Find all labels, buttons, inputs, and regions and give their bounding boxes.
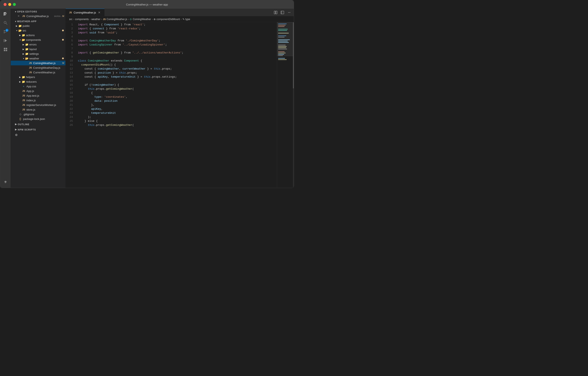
explorer-activity-icon[interactable] (2, 10, 9, 18)
open-file-name[interactable]: ComingWeather.js (26, 15, 53, 18)
line-num-3: 3 (67, 31, 73, 35)
folder-settings[interactable]: ▶ 📁 settings (11, 51, 65, 56)
line-num-13: 13 (67, 71, 73, 75)
svg-point-9 (4, 32, 5, 33)
code-content[interactable]: import React, { Component } from 'react'… (76, 22, 277, 188)
file-label: ComingWeather.js (33, 62, 62, 65)
folder-icon: 📂 (25, 57, 29, 60)
spaces-status[interactable]: Spaces: 2 (187, 188, 200, 188)
line-num-8: 8 (67, 51, 73, 55)
file-apptestjs[interactable]: JS App.test.js (11, 93, 65, 98)
npm-scripts-header[interactable]: ▶ NPM SCRIPTS (11, 126, 65, 132)
run-activity-icon[interactable] (2, 37, 9, 44)
file-registerserviceworker[interactable]: JS registerServiceWorker.js (11, 103, 65, 107)
variables-status[interactable]: Found 0 variables (240, 188, 262, 188)
tab-comingweather[interactable]: JS ComingWeather.js ✕ (66, 9, 105, 16)
encoding-status[interactable]: UTF-8 (203, 188, 212, 188)
status-bar-right: Ln 28, Col 19 Spaces: 2 UTF-8 LF JavaScr… (167, 188, 291, 188)
feedback-status[interactable] (279, 188, 283, 188)
source-control-activity-icon[interactable]: 1 (2, 28, 9, 35)
json-icon: {} (18, 117, 22, 120)
file-comingweatherday[interactable]: JS ComingWeatherDay.js (11, 65, 65, 70)
line-num-15: 15 (67, 79, 73, 83)
file-appcss[interactable]: ≡ App.css (11, 84, 65, 88)
breadcrumb-class[interactable]: ComingWeather (133, 18, 151, 21)
window-controls[interactable] (4, 3, 16, 6)
breadcrumb-type[interactable]: type (185, 18, 190, 21)
css-icon: ≡ (22, 85, 26, 88)
modified-badge: M (62, 62, 64, 64)
breadcrumb-class-icon: ⊙ (130, 18, 132, 21)
folder-src[interactable]: ▾ 📂 src (11, 28, 65, 33)
close-file-icon[interactable]: ✕ (18, 15, 21, 18)
git-icon: ◇ (18, 113, 22, 116)
search-activity-icon[interactable] (2, 19, 9, 26)
extensions-activity-icon[interactable] (2, 46, 9, 53)
folder-actions[interactable]: ▶ 📁 actions (11, 33, 65, 37)
line-num-21: 21 (67, 103, 73, 107)
sync-status[interactable]: ↻ (19, 188, 22, 188)
js-icon: JS (29, 66, 32, 69)
file-label: store.js (26, 108, 65, 111)
breadcrumb-filename[interactable]: ComingWeather.js (107, 18, 127, 21)
folder-public[interactable]: ▶ 📁 public (11, 23, 65, 28)
more-actions-button[interactable]: ··· (286, 10, 292, 15)
js-icon: JS (22, 104, 26, 106)
folder-label: weather (29, 57, 62, 60)
folder-chevron: ▾ (22, 57, 25, 60)
file-appjs[interactable]: JS App.js (11, 88, 65, 93)
folder-weather[interactable]: ▾ 📂 weather (11, 56, 65, 61)
maximize-button[interactable] (13, 3, 16, 6)
folder-chevron: ▶ (18, 34, 22, 36)
tab-close-button[interactable]: ✕ (98, 11, 101, 14)
bell-status[interactable] (287, 188, 291, 188)
folder-label: components (26, 38, 62, 42)
folder-layout[interactable]: ▶ 📁 layout (11, 47, 65, 51)
folder-chevron: ▾ (15, 29, 18, 32)
ln-col-status[interactable]: Ln 28, Col 19 (167, 188, 183, 188)
file-comingweather[interactable]: JS ComingWeather.js M (11, 61, 65, 65)
folder-icon: 📁 (18, 24, 22, 27)
line-ending-status[interactable]: LF (215, 188, 220, 188)
tab-label: ComingWeather.js (74, 11, 96, 14)
breadcrumb-components[interactable]: components (75, 18, 89, 21)
open-editor-item-comingweather[interactable]: ✕ JS ComingWeather.js src/co... M (11, 14, 65, 18)
minimap-scrollbar-thumb[interactable] (293, 22, 294, 88)
svg-rect-0 (4, 12, 6, 13)
folder-chevron: ▾ (18, 39, 22, 41)
close-button[interactable] (4, 3, 7, 6)
settings-activity-icon[interactable] (2, 179, 9, 186)
formatter-status[interactable]: Prettier (265, 188, 275, 188)
split-editor-button[interactable] (273, 10, 279, 15)
outline-header[interactable]: ▶ OUTLINE (11, 121, 65, 126)
code-line-1: import React, { Component } from 'react'… (76, 23, 277, 27)
folder-icon: 📁 (22, 76, 25, 79)
js-icon: JS (29, 62, 32, 64)
js-file-icon: JS (22, 15, 26, 17)
folder-reducers[interactable]: ▶ 📁 reducers (11, 79, 65, 84)
minimize-button[interactable] (8, 3, 11, 6)
breadcrumb-method[interactable]: componentDidMount (157, 18, 180, 21)
file-gitignore[interactable]: ◇ .gitignore (11, 112, 65, 117)
breadcrumb-src[interactable]: src (69, 18, 73, 21)
file-indexjs[interactable]: JS index.js (11, 98, 65, 103)
breadcrumb-sep-5: › (152, 18, 153, 21)
branch-status[interactable]: master* (3, 188, 17, 188)
line-num-4: 4 (67, 35, 73, 39)
toggle-sidebar-button[interactable] (279, 10, 285, 15)
svg-rect-15 (6, 50, 7, 51)
folder-components[interactable]: ▾ 📂 components (11, 37, 65, 42)
open-editors-header[interactable]: ▾ OPEN EDITORS (11, 9, 65, 14)
language-status[interactable]: JavaScript (223, 188, 237, 188)
folder-label: actions (26, 34, 65, 37)
folder-helpers[interactable]: ▶ 📁 helpers (11, 75, 65, 79)
errors-status[interactable]: ⊗ 0 △ 0 (24, 188, 35, 188)
weather-app-header[interactable]: ▾ WEATHER-APP (11, 18, 65, 23)
file-packagelockjson[interactable]: {} package-lock.json (11, 117, 65, 121)
folder-chevron: ▶ (22, 43, 25, 46)
file-storejs[interactable]: JS store.js (11, 107, 65, 112)
file-currentweather[interactable]: JS CurrentWeather.js (11, 70, 65, 75)
settings-gear[interactable]: ⚙ (11, 133, 65, 137)
breadcrumb-weather[interactable]: weather (91, 18, 100, 21)
folder-errors[interactable]: ▶ 📁 errors (11, 42, 65, 47)
